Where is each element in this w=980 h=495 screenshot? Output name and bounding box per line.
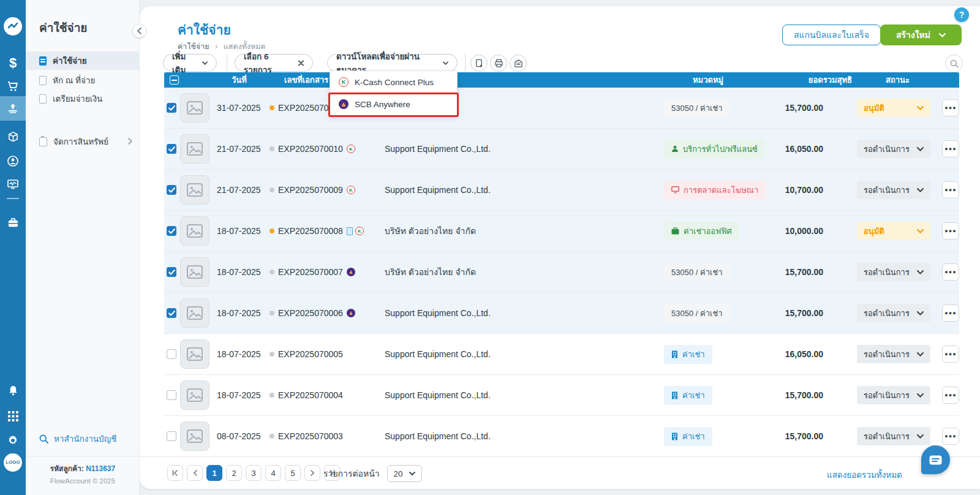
menu-item-scb-anywhere[interactable]: SCB Anywhere [330,93,457,115]
next-page-button[interactable] [304,465,320,481]
table-row[interactable]: 18-07-2025 EXP2025070007 บริษัท ตัวอย่าง… [164,252,959,293]
row-checkbox[interactable] [167,349,176,359]
row-actions-button[interactable]: ●●● [942,346,959,363]
sidebar-item-expenses[interactable]: ค่าใช้จ่าย [26,51,140,70]
sidebar-item-withholding-tax[interactable]: หัก ณ ที่จ่าย [26,71,140,89]
doc-number-link[interactable]: EXP2025070004 [278,390,343,400]
doc-number-link[interactable]: EXP2025070003 [278,431,343,441]
per-page-select[interactable]: 20 [387,465,422,482]
show-totals-link[interactable]: แสดงยอดรวมทั้งหมด [827,468,902,482]
doc-number-link[interactable]: EXP2025070006 [278,308,343,318]
receipt-thumbnail[interactable] [180,380,209,410]
help-button[interactable]: ? [954,7,969,22]
previous-page-button[interactable] [187,465,203,481]
receipt-thumbnail[interactable] [180,257,209,287]
sidebar-collapse-button[interactable] [132,24,146,38]
row-actions-button[interactable]: ●●● [942,181,959,198]
table-row[interactable]: 18-07-2025 EXP2025070005 Support Equipme… [164,334,959,375]
row-checkbox[interactable] [167,226,176,236]
billing-dollar-icon[interactable]: $ [0,51,26,75]
status-select[interactable]: รอดำเนินการ [857,140,930,158]
row-actions-button[interactable]: ●●● [942,387,959,404]
doc-number-link[interactable]: EXP2025070005 [278,349,343,359]
email-button[interactable] [510,55,527,72]
receipt-thumbnail[interactable] [180,298,209,328]
status-select[interactable]: รอดำเนินการ [857,386,930,404]
selected-items-button[interactable]: เลือก 6 รายการ [235,54,313,72]
select-all-checkbox[interactable] [170,75,179,85]
page-button-5[interactable]: 5 [285,465,301,481]
table-row[interactable]: 18-07-2025 EXP2025070008 K บริษัท ตัวอย่… [164,211,959,252]
page-button-4[interactable]: 4 [265,465,281,481]
row-checkbox[interactable] [167,308,176,318]
company-logo-icon[interactable]: LOGO [4,453,22,472]
row-actions-button[interactable]: ●●● [942,99,959,116]
doc-number-link[interactable]: EXP2025070010 [278,144,343,154]
notifications-bell-icon[interactable] [0,379,26,402]
bank-download-dropdown-button[interactable]: ดาวน์โหลดเพื่อจ่ายผ่านธนาคาร [327,54,458,72]
purchases-cart-icon[interactable] [0,75,26,98]
sidebar-item-prepare-payment[interactable]: เตรียมจ่ายเงิน [26,89,140,108]
products-package-icon[interactable] [0,125,26,148]
header-date[interactable]: วันที่ [232,74,284,86]
table-row[interactable]: 21-07-2025 EXP2025070009 K Support Equip… [164,170,959,211]
status-select[interactable]: อนุมัติ [857,222,930,240]
row-actions-button[interactable]: ●●● [942,304,959,322]
row-checkbox[interactable] [167,267,176,277]
receipt-thumbnail[interactable] [180,216,209,246]
scan-bills-button[interactable]: สแกนบิลและใบเสร็จ [782,25,881,45]
receipt-thumbnail[interactable] [180,93,209,123]
more-dropdown-button[interactable]: เพิ่มเติม [163,54,217,72]
status-select[interactable]: รอดำเนินการ [857,304,930,322]
table-row[interactable]: 18-07-2025 EXP2025070006 Support Equipme… [164,293,959,334]
flowaccount-logo-icon[interactable] [4,17,22,36]
table-row[interactable]: 18-07-2025 EXP2025070004 Support Equipme… [164,375,959,416]
expenses-upload-icon[interactable] [0,96,26,121]
row-actions-button[interactable]: ●●● [942,263,959,281]
header-status[interactable]: สถานะ [886,74,959,86]
row-checkbox[interactable] [167,185,176,195]
reports-monitor-icon[interactable] [0,173,26,196]
search-button[interactable] [945,55,963,72]
row-actions-button[interactable]: ●●● [942,222,959,240]
payroll-briefcase-icon[interactable] [0,211,26,234]
page-button-2[interactable]: 2 [226,465,242,481]
status-select[interactable]: รอดำเนินการ [857,427,930,445]
contacts-icon[interactable] [0,149,26,173]
doc-number-link[interactable]: EXP2025070008 [278,226,343,236]
row-checkbox[interactable] [167,144,176,154]
receipt-thumbnail[interactable] [180,175,209,205]
table-row[interactable]: 31-07-2025 EXP20250700 53050 / ค่าเช่า 1… [164,88,959,129]
apps-grid-icon[interactable] [0,404,26,428]
receipt-thumbnail[interactable] [180,134,209,164]
row-checkbox[interactable] [167,431,176,441]
customer-code[interactable]: N113637 [86,464,115,473]
row-checkbox[interactable] [167,390,176,400]
row-checkbox[interactable] [167,103,176,113]
status-select[interactable]: รอดำเนินการ [857,181,930,199]
chat-support-button[interactable] [921,445,950,474]
row-actions-button[interactable]: ●●● [942,140,959,157]
doc-number-link[interactable]: EXP2025070009 [278,185,343,195]
first-page-button[interactable] [167,465,183,481]
print-button[interactable] [490,55,507,72]
status-select[interactable]: รอดำเนินการ [857,345,930,363]
receipt-thumbnail[interactable] [180,339,209,369]
header-total[interactable]: ยอดรวมสุทธิ [803,74,852,86]
row-actions-button[interactable]: ●●● [942,428,959,445]
settings-gear-icon[interactable] [0,429,26,452]
status-select[interactable]: รอดำเนินการ [857,263,930,281]
export-document-button[interactable] [470,55,488,72]
create-new-button[interactable]: สร้างใหม่ [880,25,962,45]
doc-number-link[interactable]: EXP20250700 [278,103,333,113]
table-row[interactable]: 08-07-2025 EXP2025070003 Support Equipme… [164,416,959,457]
status-select[interactable]: อนุมัติ [857,99,930,117]
page-button-1[interactable]: 1 [206,465,222,481]
sidebar-item-asset-management[interactable]: จัดการสินทรัพย์ [26,132,140,151]
receipt-thumbnail[interactable] [180,421,209,451]
header-category[interactable]: หมวดหมู่ [693,74,803,86]
page-button-3[interactable]: 3 [246,465,262,481]
doc-number-link[interactable]: EXP2025070007 [278,267,343,277]
menu-item-kcash-connect-plus[interactable]: K K-Cash Connect Plus [330,71,457,93]
find-accounting-firm-link[interactable]: หาสำนักงานบัญชี [39,432,116,445]
